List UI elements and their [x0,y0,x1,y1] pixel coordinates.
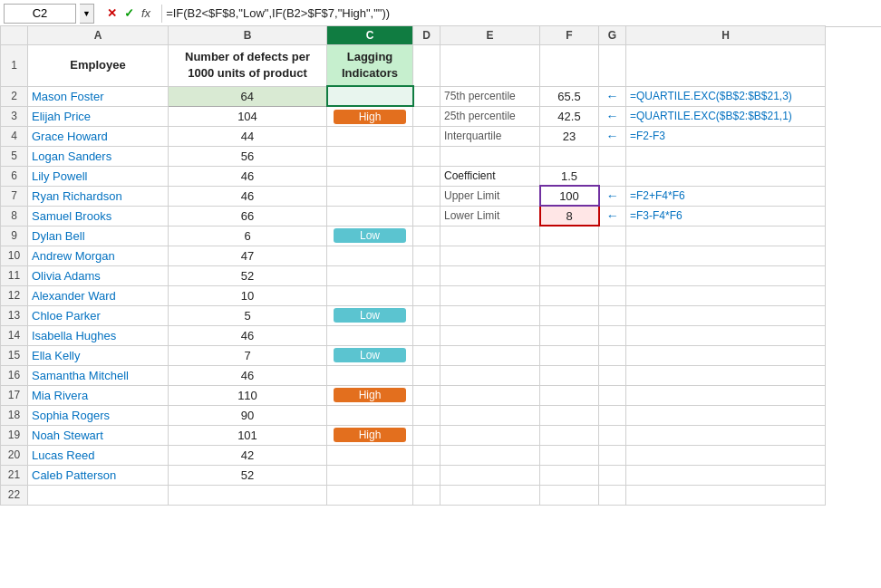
cell-h7[interactable]: =F2+F4*F6 [626,186,826,206]
confirm-icon[interactable]: ✓ [122,6,136,20]
cell-f19[interactable] [540,425,599,445]
cell-g4[interactable]: ← [599,126,626,146]
cell-g5[interactable] [599,146,626,166]
cell-c7[interactable] [327,186,413,206]
cell-e19[interactable] [440,425,540,445]
cell-h5[interactable] [626,146,826,166]
cell-e14[interactable] [440,325,540,345]
cell-g15[interactable] [599,345,626,365]
cell-g21[interactable] [599,465,626,485]
col-hdr-g[interactable]: G [599,26,626,45]
cell-c5[interactable] [327,146,413,166]
cell-h9[interactable] [626,226,826,246]
cell-e8[interactable]: Lower Limit [440,206,540,226]
cell-c4[interactable] [327,126,413,146]
cell-b19[interactable]: 101 [169,425,327,445]
cell-e9[interactable] [440,226,540,246]
cell-g8[interactable]: ← [599,206,626,226]
cell-d10[interactable] [413,246,440,265]
cell-f20[interactable] [540,445,599,465]
cell-d4[interactable] [413,126,440,146]
col-hdr-b[interactable]: B [169,26,327,45]
cell-h2[interactable]: =QUARTILE.EXC($B$2:$B$21,3) [626,86,826,106]
cell-h20[interactable] [626,445,826,465]
cell-h15[interactable] [626,345,826,365]
cell-f9[interactable] [540,226,599,246]
cell-e20[interactable] [440,445,540,465]
cell-b15[interactable]: 7 [169,345,327,365]
cell-e11[interactable] [440,265,540,285]
cell-a21[interactable]: Caleb Patterson [28,465,169,485]
cell-b9[interactable]: 6 [169,226,327,246]
cell-e15[interactable] [440,345,540,365]
cell-a13[interactable]: Chloe Parker [28,305,169,325]
cell-e6[interactable]: Coefficient [440,166,540,186]
cell-a22[interactable] [28,485,169,505]
col-hdr-c[interactable]: C [327,26,413,45]
cell-d16[interactable] [413,365,440,385]
cell-c22[interactable] [327,485,413,505]
cell-d19[interactable] [413,425,440,445]
cell-e2[interactable]: 75th percentile [440,86,540,106]
cell-c20[interactable] [327,445,413,465]
cell-g12[interactable] [599,285,626,305]
cell-g11[interactable] [599,265,626,285]
cell-f17[interactable] [540,385,599,405]
cell-a17[interactable]: Mia Rivera [28,385,169,405]
cell-d17[interactable] [413,385,440,405]
cell-d21[interactable] [413,465,440,485]
cell-g22[interactable] [599,485,626,505]
cell-f5[interactable] [540,146,599,166]
cell-f11[interactable] [540,265,599,285]
cell-h10[interactable] [626,246,826,265]
cell-f18[interactable] [540,405,599,425]
cell-g19[interactable] [599,425,626,445]
cell-c6[interactable] [327,166,413,186]
cell-d22[interactable] [413,485,440,505]
cell-f21[interactable] [540,465,599,485]
cell-g10[interactable] [599,246,626,265]
cell-f15[interactable] [540,345,599,365]
cell-d8[interactable] [413,206,440,226]
cell-e10[interactable] [440,246,540,265]
cell-h22[interactable] [626,485,826,505]
cell-a10[interactable]: Andrew Morgan [28,246,169,265]
cell-e22[interactable] [440,485,540,505]
cell-h6[interactable] [626,166,826,186]
cell-a9[interactable]: Dylan Bell [28,226,169,246]
cell-d2[interactable] [413,86,440,106]
cell-a18[interactable]: Sophia Rogers [28,405,169,425]
cell-c13[interactable]: Low [327,305,413,325]
cell-h18[interactable] [626,405,826,425]
cell-b4[interactable]: 44 [169,126,327,146]
cell-h16[interactable] [626,365,826,385]
cell-b21[interactable]: 52 [169,465,327,485]
cell-c19[interactable]: High [327,425,413,445]
cell-c15[interactable]: Low [327,345,413,365]
cell-c1[interactable]: LaggingIndicators [327,45,413,87]
cell-d3[interactable] [413,106,440,126]
cell-b1[interactable]: Number of defects per1000 units of produ… [169,45,327,87]
cell-c18[interactable] [327,405,413,425]
cell-f4[interactable]: 23 [540,126,599,146]
cell-h8[interactable]: =F3-F4*F6 [626,206,826,226]
cell-b12[interactable]: 10 [169,285,327,305]
cell-g2[interactable]: ← [599,86,626,106]
cell-h19[interactable] [626,425,826,445]
cell-c17[interactable]: High [327,385,413,405]
cell-e12[interactable] [440,285,540,305]
cell-c8[interactable] [327,206,413,226]
cell-f14[interactable] [540,325,599,345]
cell-d6[interactable] [413,166,440,186]
cell-a2[interactable]: Mason Foster [28,86,169,106]
cell-h13[interactable] [626,305,826,325]
cell-b2[interactable]: 64 [169,86,327,106]
cell-c16[interactable] [327,365,413,385]
cell-c2[interactable] [327,86,413,106]
cell-b3[interactable]: 104 [169,106,327,126]
cell-a5[interactable]: Logan Sanders [28,146,169,166]
cell-d7[interactable] [413,186,440,206]
cell-e7[interactable]: Upper Limit [440,186,540,206]
cell-h12[interactable] [626,285,826,305]
fx-icon[interactable]: fx [140,6,152,20]
